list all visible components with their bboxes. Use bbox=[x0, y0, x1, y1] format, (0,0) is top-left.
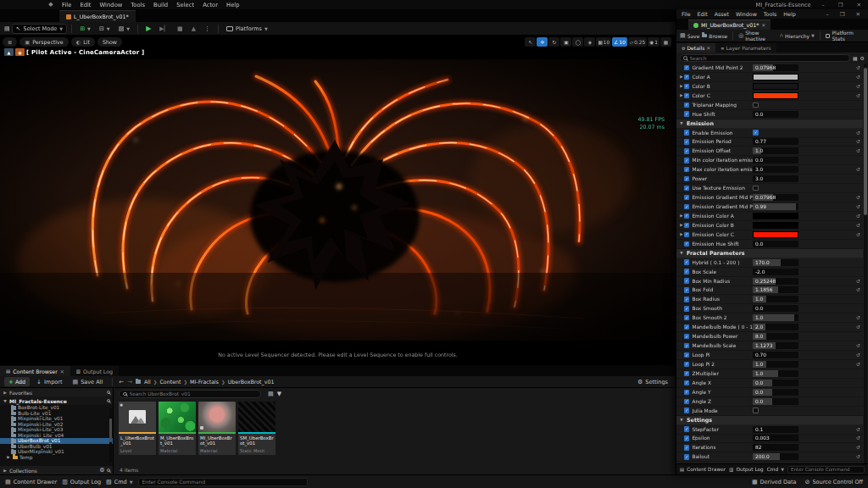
param-row-use-texture-emission[interactable]: ✓Use Texture Emission↺ bbox=[676, 184, 863, 193]
reset-to-default-icon[interactable]: ↺ bbox=[854, 130, 863, 136]
reset-to-default-icon[interactable]: ↺ bbox=[854, 214, 863, 219]
back-arrow-icon[interactable]: ← bbox=[119, 379, 124, 385]
param-row-mandelbulb-mode-0-1-7[interactable]: ✓Mandelbulb Mode ( 0 - 1 .. 7 )2.0↺ bbox=[676, 323, 863, 332]
save-current-level-icon[interactable]: ▤ bbox=[4, 25, 10, 32]
reset-to-default-icon[interactable]: ↺ bbox=[854, 223, 863, 228]
close-icon[interactable]: ✕ bbox=[761, 22, 765, 28]
reset-to-default-icon[interactable]: ↺ bbox=[854, 148, 863, 153]
derived-data-button[interactable]: ▦Derived Data bbox=[752, 479, 797, 485]
override-checkbox[interactable]: ✓ bbox=[684, 380, 689, 385]
override-checkbox[interactable]: ✓ bbox=[684, 103, 689, 108]
param-value-field[interactable]: 0.0 bbox=[753, 241, 798, 247]
collapse-arrow-icon[interactable]: ▼ bbox=[679, 418, 684, 422]
collapse-arrow-icon[interactable]: ▼ bbox=[679, 121, 684, 125]
override-checkbox[interactable]: ✓ bbox=[684, 158, 689, 163]
breadcrumb-item-all[interactable]: All bbox=[144, 379, 151, 385]
param-value-field[interactable]: 1.0 bbox=[753, 370, 798, 377]
reset-to-default-icon[interactable]: ↺ bbox=[854, 435, 863, 441]
param-row-triplanar-mapping[interactable]: ✓Triplanar Mapping↺ bbox=[676, 101, 863, 110]
reset-to-default-icon[interactable]: ↺ bbox=[854, 324, 863, 330]
param-value-field[interactable]: 0.25248 bbox=[753, 278, 798, 285]
breadcrumb-item-content[interactable]: Content bbox=[159, 379, 181, 385]
param-value-field[interactable]: 170.0 bbox=[753, 259, 798, 266]
override-checkbox[interactable]: ✓ bbox=[684, 111, 689, 116]
hierarchy-dropdown[interactable]: ⑃Hierarchy▼ bbox=[780, 32, 815, 39]
override-checkbox[interactable]: ✓ bbox=[684, 176, 689, 181]
menu-item-edit[interactable]: Edit bbox=[75, 2, 95, 8]
param-value-field[interactable]: 0.07968 bbox=[753, 64, 798, 71]
asset-tile-mi-uberboxbrot-v01[interactable]: MI_UberBoxBrot_v01Material Instance bbox=[198, 402, 236, 455]
param-value-field[interactable]: 0.0 bbox=[753, 380, 798, 386]
tab-output-log[interactable]: ▥ Output Log bbox=[70, 366, 119, 376]
save-filter-icon[interactable]: ▤ bbox=[268, 391, 274, 397]
menu-item-asset[interactable]: Asset bbox=[711, 11, 732, 17]
collections-header[interactable]: ▶Collections ⚙ bbox=[0, 466, 113, 474]
menu-item-select[interactable]: Select bbox=[172, 2, 198, 8]
override-checkbox[interactable]: ✓ bbox=[684, 315, 689, 320]
eject-pilot-icon[interactable]: ▲ bbox=[4, 48, 14, 56]
param-row-max-color-iteration-emission[interactable]: ✓Max color iteration emission3.0↺ bbox=[676, 165, 863, 175]
reset-to-default-icon[interactable]: ↺ bbox=[854, 167, 863, 172]
override-checkbox[interactable]: ✓ bbox=[684, 408, 689, 413]
override-checkbox[interactable]: ✓ bbox=[684, 84, 689, 89]
menu-item-file[interactable]: File bbox=[58, 2, 75, 8]
menu-item-window[interactable]: Window bbox=[732, 11, 760, 17]
override-checkbox[interactable]: ✓ bbox=[684, 352, 689, 358]
tab-content-browser[interactable]: ▤ Content Browser ✕ bbox=[0, 366, 70, 376]
output-log-button[interactable]: ▥Output Log bbox=[729, 466, 764, 473]
reset-to-default-icon[interactable]: ↺ bbox=[854, 279, 863, 284]
color-swatch[interactable] bbox=[753, 92, 798, 99]
override-checkbox[interactable]: ✓ bbox=[684, 167, 689, 172]
asset-tile-sm-uberboxbrot-v01[interactable]: SM_UberBoxBrot_v01Static Mesh bbox=[238, 402, 275, 455]
reset-to-default-icon[interactable]: ↺ bbox=[854, 232, 863, 237]
param-row-bailout[interactable]: ✓Bailout200.0↺ bbox=[676, 452, 863, 462]
color-swatch[interactable] bbox=[753, 74, 798, 80]
param-row-gradient-mid-point-2[interactable]: ✓Gradient Mid Point 20.07968↺ bbox=[676, 64, 863, 73]
param-row-emission-hue-shift[interactable]: ✓Emission Hue Shift0.0↺ bbox=[676, 240, 863, 249]
play-options-button[interactable]: ⋮ bbox=[201, 24, 214, 34]
param-row-hybrid-0-1-200[interactable]: ✓Hybrid ( 0.1 - 200 )170.0↺ bbox=[676, 258, 863, 268]
close-icon[interactable]: ✕ bbox=[60, 369, 64, 374]
category-settings[interactable]: ▼Settings bbox=[676, 416, 863, 425]
scale-tool-icon[interactable]: ▣ bbox=[560, 37, 571, 47]
reset-to-default-icon[interactable]: ↺ bbox=[854, 343, 863, 348]
reset-to-default-icon[interactable]: ↺ bbox=[854, 352, 863, 358]
param-row-color-b[interactable]: ▶✓Color B↺ bbox=[676, 82, 863, 92]
override-checkbox[interactable]: ✓ bbox=[684, 362, 689, 367]
content-drawer-button[interactable]: ▤Content Drawer bbox=[5, 479, 57, 485]
override-checkbox[interactable]: ✓ bbox=[684, 130, 689, 135]
param-row-angle-x[interactable]: ✓Angle X0.0↺ bbox=[676, 379, 863, 388]
param-row-box-fold[interactable]: ✓Box Fold1.1856↺ bbox=[676, 286, 863, 296]
tab-material-instance[interactable]: MI_UberBoxBrot_v01* ✕ bbox=[688, 19, 771, 30]
param-value-checkbox[interactable] bbox=[753, 186, 758, 191]
filter-funnel-icon[interactable]: ▼ bbox=[277, 391, 281, 397]
sidebar-folder-temp[interactable]: ▶Temp bbox=[0, 455, 113, 461]
reset-to-default-icon[interactable]: ↺ bbox=[854, 454, 863, 459]
expand-arrow-icon[interactable]: ▶ bbox=[6, 455, 11, 459]
override-checkbox[interactable]: ✓ bbox=[684, 454, 689, 459]
param-row-loop-pi[interactable]: ✓Loop Pi0.70↺ bbox=[676, 351, 863, 360]
override-checkbox[interactable]: ✓ bbox=[684, 148, 689, 153]
param-row-emission-color-a[interactable]: ▶✓Emission Color A↺ bbox=[676, 212, 863, 221]
param-row-hue-shift[interactable]: ✓Hue Shift0.0↺ bbox=[676, 110, 863, 119]
param-value-field[interactable]: 0.0 bbox=[753, 389, 798, 396]
rotate-tool-icon[interactable]: ↻ bbox=[548, 37, 559, 47]
details-search-input[interactable] bbox=[690, 56, 847, 61]
asset-tile-m-uberboxbrot-v01[interactable]: M_UberBoxBrot_v01Material bbox=[159, 402, 196, 455]
stop-button[interactable]: ■ bbox=[174, 24, 186, 34]
param-value-field[interactable]: 1.0 bbox=[753, 147, 798, 154]
add-button[interactable]: +Add bbox=[4, 377, 30, 386]
menu-item-tools[interactable]: Tools bbox=[126, 2, 149, 8]
platforms-dropdown[interactable]: Platforms ▼ bbox=[223, 24, 271, 34]
override-checkbox[interactable]: ✓ bbox=[684, 241, 689, 247]
asset-tile-l-uberboxbrot-v01[interactable]: ✱L_UberBoxBrot_v01Level bbox=[119, 402, 156, 455]
show-inactive-button[interactable]: ◎Show Inactive bbox=[738, 30, 777, 42]
override-checkbox[interactable]: ✓ bbox=[684, 214, 689, 219]
play-button[interactable]: ▶ bbox=[142, 24, 154, 34]
reset-to-default-icon[interactable]: ↺ bbox=[854, 65, 863, 70]
override-checkbox[interactable]: ✓ bbox=[684, 324, 689, 330]
override-checkbox[interactable]: ✓ bbox=[684, 390, 689, 395]
view-mode-dropdown[interactable]: ◐Lit bbox=[71, 37, 95, 47]
override-checkbox[interactable]: ✓ bbox=[684, 259, 689, 264]
param-value-field[interactable]: 0.1 bbox=[753, 426, 798, 433]
